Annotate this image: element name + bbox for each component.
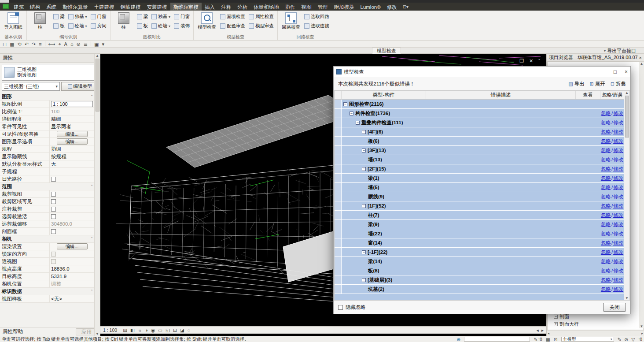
ribbon-small-button[interactable]: 装饰 xyxy=(173,22,191,30)
error-tree-row[interactable]: 板(8)忽略/修改 xyxy=(335,266,624,275)
fix-link[interactable]: 修改 xyxy=(613,230,623,237)
open-icon[interactable]: ◻ xyxy=(3,41,7,47)
ribbon-small-button[interactable]: 砼墙▾ xyxy=(67,22,88,30)
ribbon-small-button[interactable]: 属性检查 xyxy=(248,13,275,20)
ignore-link[interactable]: 忽略 xyxy=(601,277,611,283)
hide-isolate-icon[interactable]: ◪ xyxy=(180,327,184,333)
collapse-icon[interactable]: − xyxy=(362,250,366,254)
scroll-left-icon[interactable]: ◂ xyxy=(548,331,549,335)
error-tree-row[interactable]: 梁(1)忽略/修改 xyxy=(335,174,624,183)
error-tree-row[interactable]: 板(6)忽略/修改 xyxy=(335,137,624,146)
fix-link[interactable]: 修改 xyxy=(613,268,623,274)
error-tree-row[interactable]: −[4F](6)忽略/修改 xyxy=(335,127,624,137)
error-tree-row[interactable]: 腰线(9)忽略/修改 xyxy=(335,192,624,201)
fix-link[interactable]: 修改 xyxy=(613,212,623,219)
ignore-link[interactable]: 忽略 xyxy=(601,212,611,219)
minimize-icon[interactable]: – xyxy=(603,69,606,75)
crop-view-icon[interactable]: ▭ xyxy=(158,327,162,333)
menu-tab[interactable]: 钢筋建模 xyxy=(118,3,144,11)
scroll-thumb[interactable] xyxy=(625,96,629,138)
ribbon-small-button[interactable]: 独基▾ xyxy=(151,13,171,20)
sun-path-icon[interactable]: ☼ xyxy=(138,327,142,333)
view-close-icon[interactable]: ✕ xyxy=(529,58,533,64)
browser-vscrollbar[interactable]: ▲ ▼ xyxy=(639,62,644,328)
error-tree-row[interactable]: −重叠构件检查(111)忽略/修改 xyxy=(335,118,624,127)
collapse-icon[interactable]: − xyxy=(554,315,558,319)
fix-link[interactable]: 修改 xyxy=(613,119,623,126)
property-edit-button[interactable]: 编辑... xyxy=(57,131,88,137)
collapse-icon[interactable]: − xyxy=(343,102,347,106)
ribbon-small-button[interactable]: 梁 xyxy=(136,13,149,20)
ignore-link[interactable]: 忽略 xyxy=(601,147,611,154)
ribbon-big-button[interactable]: 回路核查 xyxy=(280,12,302,30)
error-tree-row[interactable]: 梁(14)忽略/修改 xyxy=(335,257,624,266)
menu-tab[interactable]: 注释 xyxy=(218,3,234,11)
navigation-icon[interactable]: ⊕ xyxy=(456,337,460,342)
ribbon-small-button[interactable]: 独基▾ xyxy=(67,13,88,20)
fix-link[interactable]: 修改 xyxy=(613,147,623,154)
menu-tab[interactable]: 管理 xyxy=(315,3,331,11)
ribbon-small-button[interactable]: 板 xyxy=(52,22,66,30)
scroll-up-icon[interactable]: ▲ xyxy=(640,62,644,66)
property-value[interactable]: 304800.0 xyxy=(51,221,72,227)
crop-region-icon[interactable]: ◱ xyxy=(166,327,170,333)
fix-link[interactable]: 修改 xyxy=(613,221,623,228)
property-checkbox[interactable] xyxy=(51,229,56,234)
ignore-link[interactable]: 忽略 xyxy=(601,249,611,256)
ribbon-small-button[interactable]: 板 xyxy=(136,22,149,30)
save-icon[interactable]: ▦ xyxy=(10,41,14,47)
edit-type-button[interactable]: 编辑类型 xyxy=(61,82,98,91)
property-input[interactable]: 1 : 100 xyxy=(51,101,93,107)
reveal-hidden-icon[interactable]: ◌ xyxy=(188,327,190,333)
collapse-icon[interactable]: − xyxy=(362,167,366,171)
editing-requests-icon[interactable]: ✎ xyxy=(534,337,537,342)
fix-link[interactable]: 修改 xyxy=(613,129,623,135)
scroll-thumb[interactable] xyxy=(96,59,99,112)
column-view[interactable]: 查看 xyxy=(576,91,600,99)
properties-scrollbar[interactable]: ▲ ▼ xyxy=(94,54,100,336)
view-select[interactable]: 三维视图: {三维} ▾ xyxy=(2,82,60,91)
scroll-up-icon[interactable]: ▲ xyxy=(625,91,629,95)
thin-lines-icon[interactable]: ≣ xyxy=(84,41,88,47)
error-tree-row[interactable]: 窗(14)忽略/修改 xyxy=(335,238,624,248)
fix-link[interactable]: 修改 xyxy=(613,166,623,172)
ignore-link[interactable]: 忽略 xyxy=(601,110,611,117)
column-description[interactable]: 错误描述 xyxy=(426,91,576,99)
rendering-icon[interactable]: ◉ xyxy=(151,327,155,333)
ribbon-big-button[interactable]: 柱 xyxy=(29,12,51,30)
error-tree-row[interactable]: 梁(9)忽略/修改 xyxy=(335,220,624,229)
fix-link[interactable]: 修改 xyxy=(613,175,623,182)
maximize-icon[interactable]: □ xyxy=(614,69,617,75)
browser-hscrollbar[interactable]: ◂ ▸ xyxy=(547,330,644,336)
property-checkbox[interactable] xyxy=(51,207,56,212)
section-icon[interactable]: ⊘ xyxy=(77,41,81,47)
error-tree-row[interactable]: −[-1F](22)忽略/修改 xyxy=(335,248,624,257)
properties-section-header[interactable]: 图形ˆ xyxy=(0,93,94,100)
error-tree-row[interactable]: −图形检查(2116) xyxy=(335,100,624,109)
menu-tab[interactable]: 土建建模 xyxy=(91,3,118,11)
exclude-options-icon[interactable]: ⊘ xyxy=(624,337,628,342)
properties-section-header[interactable]: 范围ˆ xyxy=(0,183,94,190)
property-edit-button[interactable]: 编辑... xyxy=(57,138,88,145)
collapse-icon[interactable]: ˆ xyxy=(91,289,92,294)
dialog-tool-button[interactable]: ⊞展开 xyxy=(590,81,605,87)
collapse-icon[interactable]: − xyxy=(356,121,360,125)
menu-tab[interactable]: 附加模块 xyxy=(331,3,357,11)
qat-customize-icon[interactable]: ▾ xyxy=(102,41,104,47)
scroll-down-icon[interactable]: ▼ xyxy=(640,324,644,328)
ribbon-small-button[interactable]: 漏项检查 xyxy=(219,13,246,20)
menu-tab[interactable]: Lumion® xyxy=(357,3,384,11)
switch-windows-icon[interactable]: ▣ xyxy=(94,41,99,47)
text-icon[interactable]: A xyxy=(64,41,67,47)
fix-link[interactable]: 修改 xyxy=(613,240,623,246)
error-tree-row[interactable]: 墙(22)忽略/修改 xyxy=(335,229,624,238)
shadows-icon[interactable]: ◑ xyxy=(145,327,148,333)
property-value[interactable]: 显示两者 xyxy=(51,123,71,130)
design-option-select[interactable]: 主模型 ▾ xyxy=(561,337,614,342)
menu-tab[interactable]: 安装建模 xyxy=(144,3,170,11)
default-3d-view-icon[interactable]: ⌂ xyxy=(70,41,74,47)
ignore-link[interactable]: 忽略 xyxy=(601,258,611,265)
worksharing-display-icon[interactable]: ▦ xyxy=(546,337,550,342)
error-tree-row[interactable]: −[1F](52)忽略/修改 xyxy=(335,201,624,211)
error-tree-row[interactable]: −[2F](15)忽略/修改 xyxy=(335,164,624,174)
